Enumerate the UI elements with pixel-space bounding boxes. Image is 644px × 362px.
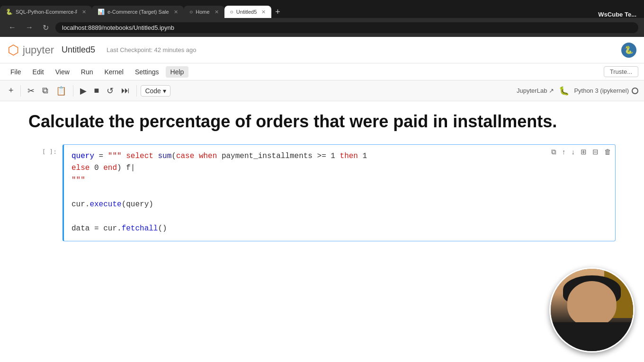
- menu-settings[interactable]: Settings: [130, 66, 164, 78]
- menu-view[interactable]: View: [51, 66, 74, 78]
- jupyter-logo: ⬡ jupyter: [8, 42, 54, 58]
- tab-ecommerce[interactable]: 📊 e-Commerce (Target) Sales Dat... ✕: [92, 6, 184, 18]
- webcam-body: [551, 322, 633, 351]
- jupyter-logo-text: jupyter: [23, 44, 54, 56]
- kernel-info: Python 3 (ipykernel): [574, 87, 638, 94]
- webcam-person: [551, 269, 633, 351]
- cell-type-label: Code: [145, 87, 161, 95]
- add-cell-button[interactable]: +: [6, 84, 17, 97]
- cell-toolbar: ⧉ ↑ ↓ ⊞ ⊟ 🗑: [549, 147, 613, 157]
- jupyterlab-button[interactable]: JupyterLab ↗: [517, 87, 554, 94]
- jupyter-header: ⬡ jupyter Untitled5 Last Checkpoint: 42 …: [0, 37, 644, 63]
- tab-label-1: SQL-Python-Ecommerce-Proj...: [16, 9, 77, 15]
- external-link-icon: ↗: [549, 87, 554, 94]
- refresh-button[interactable]: ↻: [40, 22, 52, 33]
- address-input[interactable]: [55, 22, 638, 33]
- address-bar: ← → ↻: [0, 18, 644, 37]
- tab-label-2: e-Commerce (Target) Sales Dat...: [107, 9, 169, 15]
- trusted-button[interactable]: Truste...: [604, 66, 638, 77]
- cell-type-dropdown[interactable]: Code ▾: [141, 85, 170, 97]
- checkpoint-status: Last Checkpoint: 42 minutes ago: [107, 46, 196, 53]
- tab-close-3[interactable]: ✕: [215, 9, 219, 15]
- kernel-status-circle: [632, 88, 638, 94]
- jupyterlab-label: JupyterLab: [517, 87, 547, 94]
- cell-copy-button[interactable]: ⧉: [549, 147, 558, 157]
- notebook-title[interactable]: Untitled5: [62, 45, 95, 55]
- stop-button[interactable]: ■: [91, 84, 102, 97]
- menu-kernel[interactable]: Kernel: [99, 66, 128, 78]
- new-tab-button[interactable]: +: [271, 7, 284, 17]
- cell-type-chevron: ▾: [163, 87, 166, 95]
- menu-edit[interactable]: Edit: [28, 66, 49, 78]
- toolbar-separator-1: [20, 85, 21, 97]
- tab-sql-python[interactable]: 🐍 SQL-Python-Ecommerce-Proj... ✕: [0, 6, 92, 18]
- cell-merge-button[interactable]: ⊟: [590, 147, 600, 157]
- cell-up-button[interactable]: ↑: [560, 147, 568, 157]
- kernel-label: Python 3 (ipykernel): [574, 87, 629, 94]
- tab-favicon-2: 📊: [98, 9, 105, 15]
- cell-delete-button[interactable]: 🗑: [602, 147, 613, 157]
- tab-favicon-4: ○: [230, 9, 233, 15]
- code-area[interactable]: query = """ select sum(case when payment…: [64, 145, 615, 241]
- wscube-logo: WsCube Te...: [598, 11, 644, 18]
- toolbar-separator-2: [73, 85, 73, 97]
- browser-chrome: 🐍 SQL-Python-Ecommerce-Proj... ✕ 📊 e-Com…: [0, 0, 644, 37]
- notebook-content: Calculate the percentage of orders that …: [0, 101, 644, 362]
- tab-favicon-1: 🐍: [6, 9, 13, 15]
- menu-file[interactable]: File: [6, 66, 26, 78]
- webcam-face: [567, 281, 617, 327]
- python-badge: 🐍: [621, 43, 636, 58]
- cell-prompt: [ ]:: [28, 144, 57, 241]
- tab-bar: 🐍 SQL-Python-Ecommerce-Proj... ✕ 📊 e-Com…: [0, 0, 644, 18]
- tab-label-3: Home: [196, 9, 209, 15]
- tab-label-4: Untitled5: [236, 9, 257, 15]
- tab-close-4[interactable]: ✕: [261, 9, 266, 15]
- menu-run[interactable]: Run: [76, 66, 98, 78]
- run-button[interactable]: ▶: [77, 84, 89, 98]
- cell-body[interactable]: ⧉ ↑ ↓ ⊞ ⊟ 🗑 query = """ select sum(case …: [63, 144, 616, 241]
- heading-cell: Calculate the percentage of orders that …: [28, 111, 616, 133]
- back-button[interactable]: ←: [6, 22, 19, 33]
- bug-button[interactable]: 🐛: [556, 84, 572, 98]
- tab-favicon-3: ○: [189, 9, 193, 15]
- cell-add-below-button[interactable]: ⊞: [579, 147, 589, 157]
- heading-text: Calculate the percentage of orders that …: [28, 111, 616, 133]
- tab-home[interactable]: ○ Home ✕: [184, 6, 224, 18]
- toolbar: + ✂ ⧉ 📋 ▶ ■ ↺ ⏭ Code ▾ JupyterLab ↗ 🐛 Py…: [0, 80, 644, 101]
- menu-help[interactable]: Help: [166, 66, 189, 78]
- tab-close-2[interactable]: ✕: [174, 9, 178, 15]
- webcam-overlay: [549, 267, 635, 353]
- restart-button[interactable]: ↺: [104, 84, 116, 98]
- copy-button[interactable]: ⧉: [39, 84, 51, 97]
- jupyter-container: ⬡ jupyter Untitled5 Last Checkpoint: 42 …: [0, 37, 644, 362]
- code-cell[interactable]: [ ]: ⧉ ↑ ↓ ⊞ ⊟ 🗑 query = """ select sum(…: [28, 144, 616, 241]
- cell-down-button[interactable]: ↓: [570, 147, 577, 157]
- restart-run-button[interactable]: ⏭: [118, 84, 133, 97]
- tab-close-1[interactable]: ✕: [82, 9, 86, 15]
- paste-button[interactable]: 📋: [53, 84, 69, 98]
- jupyter-logo-icon: ⬡: [8, 42, 19, 58]
- menu-bar: File Edit View Run Kernel Settings Help …: [0, 63, 644, 80]
- tab-untitled5[interactable]: ○ Untitled5 ✕: [224, 6, 272, 18]
- cut-button[interactable]: ✂: [25, 84, 37, 98]
- toolbar-separator-3: [136, 85, 137, 97]
- forward-button[interactable]: →: [23, 22, 36, 33]
